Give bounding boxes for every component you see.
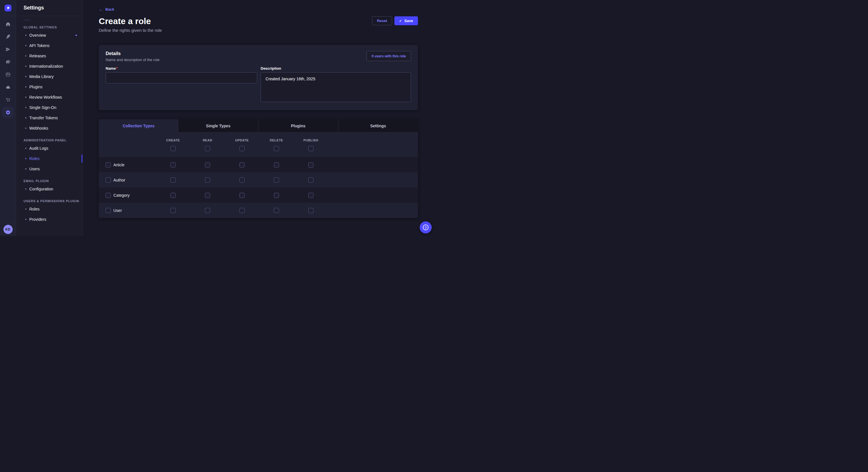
subnav-item-audit-logs[interactable]: Audit Logs <box>16 143 82 154</box>
checkbox-user-create[interactable] <box>170 208 176 213</box>
checkbox-author-delete[interactable] <box>274 177 279 183</box>
checkbox-select-article[interactable] <box>105 162 111 167</box>
subnav-item-webhooks[interactable]: Webhooks <box>16 123 82 133</box>
checkbox-select-all-delete[interactable] <box>274 146 279 151</box>
bullet-icon <box>25 45 26 46</box>
checkbox-author-update[interactable] <box>239 177 245 183</box>
subnav-header: Settings <box>16 0 82 16</box>
description-textarea[interactable]: Created January 16th, 2025 <box>260 72 411 102</box>
strapi-logo-icon[interactable] <box>5 5 11 11</box>
subnav-item-releases[interactable]: Releases <box>16 51 82 61</box>
subnav-item-users[interactable]: Users <box>16 164 82 174</box>
checkbox-category-delete[interactable] <box>274 193 279 198</box>
subnav-item-api-tokens[interactable]: API Tokens <box>16 40 82 51</box>
checkbox-user-update[interactable] <box>239 208 245 213</box>
bullet-icon <box>25 117 26 119</box>
checkbox-author-read[interactable] <box>205 177 210 183</box>
avatar[interactable]: KD <box>3 225 12 234</box>
subnav-item-media-library[interactable]: Media Library <box>16 71 82 82</box>
checkbox-category-publish[interactable] <box>308 193 313 198</box>
permissions-table-header: CREATEREADUPDATEDELETEPUBLISH <box>99 133 418 157</box>
back-link[interactable]: ← Back <box>99 7 114 11</box>
subnav-item-configuration[interactable]: Configuration <box>16 184 82 194</box>
notification-dot-icon <box>75 35 77 36</box>
home-icon <box>5 22 11 27</box>
subnav-item-label: Webhooks <box>29 126 48 131</box>
required-asterisk: * <box>116 66 117 71</box>
subnav-item-plugins[interactable]: Plugins <box>16 82 82 92</box>
subnav-item-transfer-tokens[interactable]: Transfer Tokens <box>16 113 82 123</box>
header-toolbar: Reset ✓ Save <box>372 16 418 25</box>
users-with-role-button[interactable]: 0 users with this role <box>367 51 411 61</box>
subnav-item-overview[interactable]: Overview <box>16 30 82 40</box>
reset-button[interactable]: Reset <box>372 16 392 25</box>
table-row-article: Article <box>99 157 418 172</box>
subnav-section-label-global-settings: GLOBAL SETTINGS <box>16 26 82 29</box>
checkbox-user-delete[interactable] <box>274 208 279 213</box>
bullet-icon <box>25 208 26 210</box>
checkbox-article-delete[interactable] <box>274 162 279 167</box>
row-label: Article <box>113 163 125 167</box>
tab-settings[interactable]: Settings <box>338 119 418 133</box>
bullet-icon <box>25 189 26 190</box>
bullet-icon <box>25 35 26 36</box>
subnav-item-providers[interactable]: Providers <box>16 214 82 225</box>
rail-item-cloud[interactable] <box>2 81 14 93</box>
checkbox-select-category[interactable] <box>105 193 111 198</box>
rail-item-feather[interactable] <box>2 31 14 42</box>
rail-item-home[interactable] <box>2 19 14 30</box>
subnav-item-roles[interactable]: Roles <box>16 204 82 214</box>
permissions-table-body: ArticleAuthorCategoryUser <box>99 157 418 218</box>
subnav-item-label: Overview <box>29 33 46 38</box>
main-content: ← Back Create a role Define the rights g… <box>83 0 434 236</box>
permissions-tabs: Collection TypesSingle TypesPluginsSetti… <box>99 119 418 133</box>
details-subtitle: Name and description of the role <box>105 58 160 62</box>
subnav-item-label: Roles <box>29 156 40 161</box>
rail-item-gear[interactable] <box>2 107 14 118</box>
subnav-item-label: Audit Logs <box>29 146 48 150</box>
checkbox-category-create[interactable] <box>170 193 176 198</box>
checkbox-select-all-update[interactable] <box>239 146 245 151</box>
checkbox-article-create[interactable] <box>170 162 176 167</box>
checkbox-select-all-read[interactable] <box>205 146 210 151</box>
tab-single-types[interactable]: Single Types <box>179 119 258 133</box>
checkbox-article-update[interactable] <box>239 162 245 167</box>
rail-item-send[interactable] <box>2 43 14 55</box>
back-arrow-icon: ← <box>99 7 103 11</box>
table-row-user: User <box>99 203 418 218</box>
help-button[interactable]: ? <box>420 222 432 233</box>
checkbox-author-publish[interactable] <box>308 177 313 183</box>
checkbox-author-create[interactable] <box>170 177 176 183</box>
rail-item-images[interactable] <box>2 56 14 68</box>
checkbox-user-publish[interactable] <box>308 208 313 213</box>
checkbox-article-read[interactable] <box>205 162 210 167</box>
save-button[interactable]: ✓ Save <box>394 16 418 25</box>
subnav-item-label: Media Library <box>29 74 54 79</box>
checkbox-category-update[interactable] <box>239 193 245 198</box>
settings-subnav: Settings GLOBAL SETTINGSOverviewAPI Toke… <box>16 0 83 236</box>
rail-item-layout[interactable] <box>2 69 14 80</box>
name-input[interactable] <box>105 72 257 83</box>
checkbox-article-publish[interactable] <box>308 162 313 167</box>
checkbox-select-all-create[interactable] <box>170 146 176 151</box>
tab-collection-types[interactable]: Collection Types <box>99 119 179 133</box>
tab-plugins[interactable]: Plugins <box>258 119 338 133</box>
subnav-item-single-sign-on[interactable]: Single Sign-On <box>16 102 82 113</box>
bullet-icon <box>25 97 26 98</box>
bullet-icon <box>25 86 26 88</box>
subnav-item-internationalization[interactable]: Internationalization <box>16 61 82 71</box>
checkbox-select-author[interactable] <box>105 177 111 183</box>
checkbox-select-all-publish[interactable] <box>308 146 313 151</box>
rail-item-cart[interactable] <box>2 94 14 105</box>
column-header-publish: PUBLISH <box>303 138 318 142</box>
checkbox-user-read[interactable] <box>205 208 210 213</box>
checkbox-category-read[interactable] <box>205 193 210 198</box>
check-icon: ✓ <box>399 19 402 23</box>
gear-icon <box>5 110 11 115</box>
subnav-item-roles[interactable]: Roles <box>16 154 82 164</box>
checkbox-select-user[interactable] <box>105 208 111 213</box>
bullet-icon <box>25 168 26 169</box>
subnav-item-review-workflows[interactable]: Review Workflows <box>16 92 82 102</box>
page-subtitle: Define the rights given to the role <box>99 28 418 33</box>
subnav-section-label-email-plugin: EMAIL PLUGIN <box>16 179 82 183</box>
